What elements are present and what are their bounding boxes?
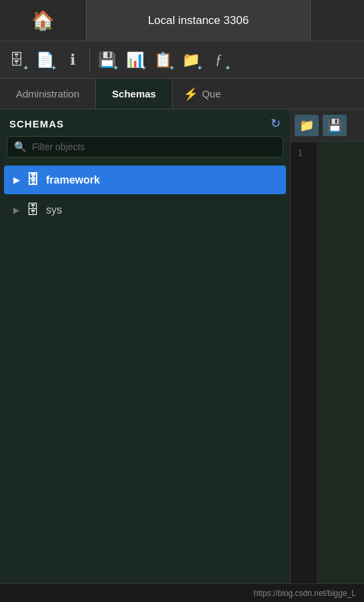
open-file-icon: 📁 [299,118,314,133]
schemas-header: SCHEMAS ↻ [0,109,290,136]
refresh-icon: ↻ [271,117,281,130]
toolbar-divider-1 [89,49,90,71]
schema-list: ▶ 🗄 framework ▶ 🗄 sys [0,164,290,602]
main-area: SCHEMAS ↻ 🔍 ▶ 🗄 framework ▶ 🗄 sys [0,109,364,602]
add-routine-icon: 📁 [182,51,200,69]
open-file-button[interactable]: 📁 [295,115,319,136]
line-number-column: 1 [291,142,317,602]
schemas-panel: SCHEMAS ↻ 🔍 ▶ 🗄 framework ▶ 🗄 sys [0,109,291,602]
schema-item-framework[interactable]: ▶ 🗄 framework [4,166,286,194]
add-db-icon: 💾 [98,51,116,69]
instance-label: Local instance 3306 [148,14,249,27]
schema-name-sys: sys [46,204,62,216]
add-function-button[interactable]: ƒ + [206,46,231,74]
filter-input[interactable] [32,141,276,152]
new-schema-button[interactable]: 🗄 + [4,46,29,74]
add-view-badge: + [170,63,174,71]
editor-area: 📁 💾 1 [291,109,364,602]
info-icon: ℹ [70,51,75,69]
add-db-badge: + [114,63,118,71]
lightning-icon: ⚡ [183,87,198,101]
chevron-icon-framework: ▶ [13,176,19,185]
chevron-icon-sys: ▶ [13,206,19,215]
filter-search-icon: 🔍 [14,141,27,153]
add-table-badge: + [142,63,146,71]
tab-schemas[interactable]: Schemas [96,79,173,109]
save-file-button[interactable]: 💾 [323,115,347,136]
new-schema-icon: 🗄 [9,51,24,69]
add-routine-button[interactable]: 📁 + [178,46,203,74]
add-function-badge: + [226,63,230,71]
new-file-button[interactable]: 📄 + [32,46,57,74]
toolbar: 🗄 + 📄 + ℹ 💾 + 📊 + 📋 + 📁 + ƒ + [0,41,364,79]
save-file-icon: 💾 [327,118,342,133]
function-icon: ƒ [215,52,222,67]
code-area[interactable] [317,142,364,602]
tab-query[interactable]: ⚡ Que [173,79,231,109]
add-table-icon: 📊 [126,51,144,69]
new-file-badge: + [52,63,56,71]
home-icon: 🏠 [31,9,55,31]
tab-schemas-label: Schemas [112,88,156,99]
tab-bar: Administration Schemas ⚡ Que [0,79,364,109]
tab-administration-label: Administration [16,88,79,99]
line-number-1: 1 [297,147,317,158]
add-db-button[interactable]: 💾 + [94,46,119,74]
refresh-button[interactable]: ↻ [271,116,281,131]
instance-tab[interactable]: Local instance 3306 [87,0,311,41]
schemas-title: SCHEMAS [9,118,64,129]
editor-content: 1 [291,142,364,602]
tab-administration[interactable]: Administration [0,79,96,109]
add-view-button[interactable]: 📋 + [150,46,175,74]
add-view-icon: 📋 [154,51,172,69]
new-schema-badge: + [24,63,28,71]
info-button[interactable]: ℹ [60,46,85,74]
add-table-button[interactable]: 📊 + [122,46,147,74]
tab-query-label: Que [202,88,221,99]
schema-item-sys[interactable]: ▶ 🗄 sys [4,196,286,224]
new-file-icon: 📄 [36,51,54,69]
filter-box: 🔍 [7,136,283,158]
db-icon-sys: 🗄 [26,202,39,218]
status-url: https://blog.csdn.net/bigge_L [254,589,356,598]
db-icon-framework: 🗄 [26,172,39,188]
status-bar: https://blog.csdn.net/bigge_L [0,583,364,602]
add-routine-badge: + [198,63,202,71]
home-button[interactable]: 🏠 [0,0,87,41]
top-bar: 🏠 Local instance 3306 [0,0,364,41]
top-bar-extra [311,0,364,41]
editor-toolbar: 📁 💾 [291,109,364,142]
schema-name-framework: framework [46,174,100,186]
